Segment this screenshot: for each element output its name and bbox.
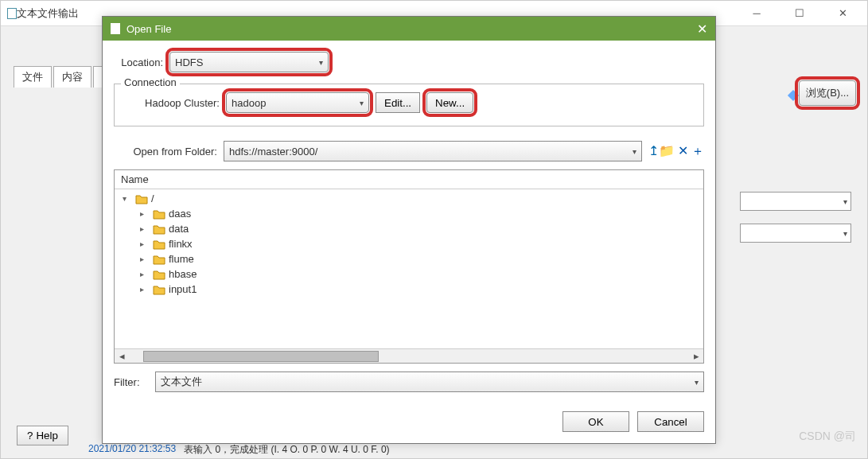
chevron-down-icon: ▾ — [633, 147, 636, 156]
open-file-dialog: Open File ✕ Location: HDFS ▾ Connection … — [102, 16, 716, 444]
chevron-right-icon: ▸ — [140, 285, 150, 294]
parent-title: 文本文件输出 — [17, 6, 79, 21]
horizontal-scrollbar[interactable]: ◂ ▸ — [115, 348, 703, 363]
tree-item-label: data — [169, 223, 189, 235]
tree-item-label: flinkx — [169, 238, 193, 250]
location-select[interactable]: HDFS ▾ — [169, 52, 329, 72]
folder-up-icon[interactable]: ↥📁 — [648, 143, 675, 160]
edit-label: Edit... — [384, 97, 411, 109]
tree-root-label: / — [151, 193, 154, 204]
cancel-label: Cancel — [654, 416, 687, 428]
new-cluster-button[interactable]: New... — [426, 92, 473, 113]
folder-icon — [153, 254, 165, 265]
edit-cluster-button[interactable]: Edit... — [376, 92, 420, 113]
chevron-down-icon: ▾ — [843, 197, 847, 206]
open-folder-label: Open from Folder: — [114, 146, 217, 158]
filter-select[interactable]: 文本文件 ▾ — [155, 371, 704, 392]
tree-item-flume[interactable]: ▸ flume — [118, 251, 700, 266]
tree-item-label: daas — [169, 208, 191, 220]
tree-item-label: flume — [169, 253, 194, 265]
tree-item-hbase[interactable]: ▸ hbase — [118, 266, 700, 282]
open-folder-input[interactable]: hdfs://master:9000/ ▾ — [224, 141, 642, 161]
log-timestamp: 2021/01/20 21:32:53 — [88, 443, 176, 457]
hadoop-cluster-select[interactable]: hadoop ▾ — [226, 92, 369, 113]
ok-label: OK — [588, 416, 603, 428]
scroll-right-icon[interactable]: ▸ — [689, 350, 703, 362]
open-folder-value: hdfs://master:9000/ — [229, 146, 317, 158]
dialog-titlebar: Open File ✕ — [103, 17, 715, 41]
file-tree: Name ▾ / ▸ daas ▸ data ▸ — [114, 169, 704, 364]
maximize-button[interactable]: ☐ — [781, 1, 818, 26]
folder-icon — [153, 208, 165, 220]
chevron-right-icon: ▸ — [140, 255, 150, 263]
chevron-right-icon: ▸ — [140, 239, 150, 248]
bg-dropdown-1[interactable]: ▾ — [740, 192, 851, 211]
tab-content[interactable]: 内容 — [53, 66, 91, 88]
folder-icon — [153, 224, 165, 235]
tree-item-label: hbase — [169, 268, 197, 280]
minimize-button[interactable]: ─ — [738, 1, 775, 26]
folder-icon — [153, 284, 165, 295]
chevron-right-icon: ▸ — [140, 209, 150, 218]
tree-header-name[interactable]: Name — [115, 170, 703, 189]
dialog-title: Open File — [127, 23, 171, 35]
help-label: Help — [36, 430, 57, 441]
location-value: HDFS — [175, 56, 203, 68]
help-icon: ? — [27, 430, 33, 441]
tree-item-flinkx[interactable]: ▸ flinkx — [118, 236, 700, 251]
folder-icon — [135, 193, 148, 204]
ok-button[interactable]: OK — [562, 411, 629, 432]
cancel-button[interactable]: Cancel — [637, 411, 704, 432]
chevron-down-icon: ▾ — [843, 229, 847, 238]
scroll-thumb[interactable] — [143, 351, 379, 362]
chevron-down-icon: ▾ — [319, 58, 323, 67]
connection-fieldset: Connection Hadoop Cluster: hadoop ▾ Edit… — [114, 84, 704, 126]
log-text: 表输入 0，完成处理 (I. 4 O. 0 P. 0 W. 4 U. 0 F. … — [184, 443, 390, 457]
close-window-button[interactable]: ✕ — [824, 1, 861, 26]
delete-path-icon[interactable]: ✕ — [678, 143, 688, 160]
doc-icon — [7, 8, 17, 19]
log-line: 2021/01/20 21:32:53 表输入 0，完成处理 (I. 4 O. … — [88, 443, 390, 457]
add-path-icon[interactable]: ＋ — [691, 143, 704, 160]
dialog-close-button[interactable]: ✕ — [697, 21, 707, 37]
tree-item-input1[interactable]: ▸ input1 — [118, 282, 700, 297]
chevron-down-icon: ▾ — [695, 378, 699, 387]
browse-label: 浏览(B)... — [806, 87, 849, 99]
help-button[interactable]: ? Help — [17, 426, 68, 445]
filter-label: Filter: — [114, 376, 149, 388]
tree-root[interactable]: ▾ / — [118, 191, 700, 206]
scroll-left-icon[interactable]: ◂ — [115, 350, 129, 362]
chevron-right-icon: ▸ — [140, 224, 150, 233]
filter-value: 文本文件 — [161, 375, 202, 389]
connection-legend: Connection — [121, 76, 180, 88]
bg-dropdown-2[interactable]: ▾ — [740, 224, 851, 243]
tree-body[interactable]: ▾ / ▸ daas ▸ data ▸ flinkx — [115, 189, 703, 348]
hadoop-cluster-label: Hadoop Cluster: — [124, 97, 220, 109]
dialog-doc-icon — [111, 23, 120, 34]
watermark: CSDN @司 — [799, 430, 856, 444]
folder-icon — [153, 269, 165, 280]
tree-item-data[interactable]: ▸ data — [118, 221, 700, 236]
chevron-down-icon: ▾ — [123, 194, 132, 203]
folder-icon — [153, 239, 165, 250]
chevron-down-icon: ▾ — [360, 99, 364, 107]
tree-item-label: input1 — [169, 283, 197, 295]
tab-file[interactable]: 文件 — [14, 66, 52, 88]
chevron-right-icon: ▸ — [140, 270, 150, 278]
hadoop-cluster-value: hadoop — [232, 97, 266, 109]
tree-item-daas[interactable]: ▸ daas — [118, 206, 700, 221]
browse-button[interactable]: 浏览(B)... — [799, 80, 856, 106]
new-label: New... — [435, 97, 465, 109]
location-label: Location: — [114, 56, 163, 68]
diamond-icon — [788, 90, 799, 101]
